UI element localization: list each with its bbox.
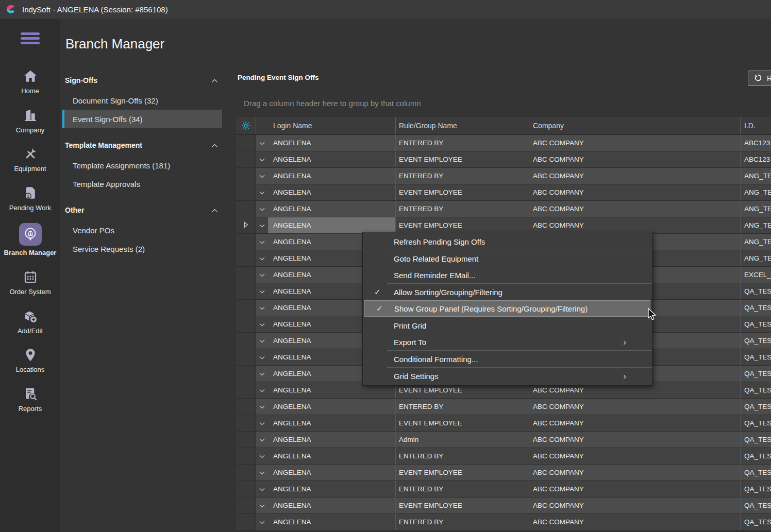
cell-login-name[interactable]: ANGELENA: [268, 217, 396, 233]
cell-login-name[interactable]: ANGELENA: [268, 184, 396, 200]
refresh-button[interactable]: R: [748, 71, 771, 86]
sidebar-item-locations[interactable]: Locations: [3, 344, 58, 376]
sidebar-item-order-system[interactable]: Order System: [3, 266, 58, 298]
cell-rule-group-name[interactable]: ENTERED BY: [396, 168, 529, 184]
cell-login-name[interactable]: ANGELENA: [268, 168, 396, 184]
row-expand-button[interactable]: [256, 250, 268, 266]
cell-company[interactable]: ABC COMPANY: [529, 135, 741, 151]
cell-rule-group-name[interactable]: ENTERED BY: [396, 448, 529, 464]
column-header-company[interactable]: Company: [529, 117, 741, 134]
row-expand-button[interactable]: [256, 465, 268, 480]
cell-id[interactable]: QA_TEST3: [741, 497, 771, 513]
table-row[interactable]: ANGELENA Admin ABC COMPANY QA_TEST2: [236, 432, 771, 448]
nav-item-vendor-pos[interactable]: Vendor POs: [62, 221, 222, 239]
nav-item-template-approvals[interactable]: Template Approvals: [62, 175, 222, 193]
row-expand-button[interactable]: [256, 267, 268, 283]
cell-company[interactable]: ABC COMPANY: [529, 497, 741, 513]
cell-id[interactable]: QA_TEST: [741, 333, 771, 349]
cell-login-name[interactable]: ANGELENA: [268, 399, 396, 415]
column-header-login-name[interactable]: Login Name: [268, 117, 396, 134]
cell-id[interactable]: ABC123: [741, 151, 771, 167]
cell-rule-group-name[interactable]: ENTERED BY: [396, 481, 529, 497]
cell-id[interactable]: ANG_TES: [741, 184, 771, 200]
cell-login-name[interactable]: ANGELENA: [268, 415, 396, 431]
row-expand-button[interactable]: [256, 184, 268, 200]
cell-company[interactable]: ABC COMPANY: [529, 514, 741, 530]
table-row[interactable]: ANGELENA ENTERED BY ABC COMPANY QA_TEST4: [236, 514, 771, 530]
cell-login-name[interactable]: ANGELENA: [268, 465, 396, 480]
cell-company[interactable]: ABC COMPANY: [529, 448, 741, 464]
cell-id[interactable]: ANG_TES: [741, 250, 771, 266]
cell-id[interactable]: QA_TEST3: [741, 465, 771, 480]
cell-id[interactable]: ANG_TES: [741, 234, 771, 250]
cell-id[interactable]: QA_TEST: [741, 300, 771, 316]
sidebar-item-branch-manager[interactable]: Branch Manager: [3, 221, 58, 259]
nav-item-service-requests-2[interactable]: Service Requests (2): [62, 239, 222, 258]
row-expand-button[interactable]: [256, 201, 268, 217]
cell-rule-group-name[interactable]: EVENT EMPLOYEE: [396, 184, 529, 200]
row-expand-button[interactable]: [256, 497, 268, 513]
row-expand-button[interactable]: [256, 366, 268, 382]
row-expand-button[interactable]: [256, 448, 268, 464]
cell-id[interactable]: ANG_TES: [741, 217, 771, 233]
cell-rule-group-name[interactable]: EVENT EMPLOYEE: [396, 151, 529, 167]
cell-login-name[interactable]: ANGELENA: [268, 432, 396, 448]
cell-rule-group-name[interactable]: EVENT EMPLOYEE: [396, 415, 529, 431]
nav-section-header[interactable]: Sign-Offs: [65, 76, 218, 85]
table-row[interactable]: ANGELENA EVENT EMPLOYEE ABC COMPANY ANG_…: [236, 184, 771, 201]
menu-item-print-grid[interactable]: Print Grid: [363, 317, 652, 334]
cell-id[interactable]: QA_TEST2: [741, 399, 771, 415]
row-expand-button[interactable]: [256, 399, 268, 415]
sidebar-item-equipment[interactable]: Equipment: [3, 143, 58, 175]
row-expand-button[interactable]: [256, 432, 268, 448]
cell-id[interactable]: QA_TEST2: [741, 432, 771, 448]
sidebar-item-company[interactable]: Company: [3, 105, 58, 136]
menu-item-send-reminder-email[interactable]: Send Reminder EMail...: [363, 267, 652, 283]
cell-company[interactable]: ABC COMPANY: [529, 481, 741, 497]
cell-company[interactable]: ABC COMPANY: [529, 201, 741, 217]
cell-id[interactable]: ANG_TES: [741, 201, 771, 217]
cell-id[interactable]: ANG_TES: [741, 168, 771, 184]
row-expand-button[interactable]: [256, 415, 268, 431]
column-header-rule-group-name[interactable]: Rule/Group Name: [396, 117, 529, 134]
cell-company[interactable]: ABC COMPANY: [529, 415, 741, 431]
cell-id[interactable]: QA_TEST3: [741, 448, 771, 464]
cell-id[interactable]: QA_TEST: [741, 316, 771, 332]
row-expand-button[interactable]: [256, 217, 268, 233]
table-row[interactable]: ANGELENA EVENT EMPLOYEE ABC COMPANY QA_T…: [236, 497, 771, 514]
nav-item-document-sign-offs-32[interactable]: Document Sign-Offs (32): [62, 91, 222, 110]
table-row[interactable]: ANGELENA ENTERED BY ABC COMPANY ANG_TES: [236, 201, 771, 217]
cell-company[interactable]: ABC COMPANY: [529, 151, 741, 167]
sidebar-item-add-edit[interactable]: Add/Edit: [3, 305, 58, 337]
row-expand-button[interactable]: [256, 316, 268, 332]
row-expand-button[interactable]: [256, 151, 268, 167]
sun-filter-icon[interactable]: [236, 117, 256, 134]
menu-item-grid-settings[interactable]: Grid Settings ›: [363, 368, 652, 384]
row-expand-button[interactable]: [256, 514, 268, 530]
cell-rule-group-name[interactable]: Admin: [396, 432, 529, 448]
cell-login-name[interactable]: ANGELENA: [268, 514, 396, 530]
sidebar-item-reports[interactable]: Reports: [3, 383, 58, 415]
cell-company[interactable]: ABC COMPANY: [529, 432, 741, 448]
cell-id[interactable]: QA_TEST2: [741, 382, 771, 398]
group-by-panel[interactable]: Drag a column header here to group by th…: [244, 99, 421, 108]
row-expand-button[interactable]: [256, 481, 268, 497]
cell-id[interactable]: QA_TEST4: [741, 514, 771, 530]
menu-item-export-to[interactable]: Export To ›: [363, 334, 652, 350]
cell-rule-group-name[interactable]: ENTERED BY: [396, 514, 529, 530]
menu-item-allow-sorting-grouping-filtering[interactable]: ✓ Allow Sorting/Grouping/Filtering: [363, 284, 652, 300]
cell-id[interactable]: QA_TEST: [741, 349, 771, 365]
chevron-up-icon[interactable]: [211, 76, 218, 85]
nav-section-header[interactable]: Template Management: [65, 141, 218, 150]
cell-id[interactable]: QA_TEST2: [741, 415, 771, 431]
row-expand-button[interactable]: [256, 300, 268, 316]
cell-rule-group-name[interactable]: EVENT EMPLOYEE: [396, 497, 529, 513]
cell-login-name[interactable]: ANGELENA: [268, 151, 396, 167]
menu-item-refresh-pending-sign-offs[interactable]: Refresh Pending Sign Offs: [363, 233, 652, 250]
table-row[interactable]: ANGELENA EVENT EMPLOYEE ABC COMPANY ABC1…: [236, 151, 771, 168]
table-row[interactable]: ANGELENA ENTERED BY ABC COMPANY QA_TEST3: [236, 481, 771, 497]
hamburger-menu-icon[interactable]: [21, 30, 40, 46]
table-row[interactable]: ANGELENA ENTERED BY ABC COMPANY QA_TEST2: [236, 399, 771, 415]
cell-rule-group-name[interactable]: ENTERED BY: [396, 399, 529, 415]
menu-item-conditional-formatting[interactable]: Conditional Formatting...: [363, 351, 652, 367]
